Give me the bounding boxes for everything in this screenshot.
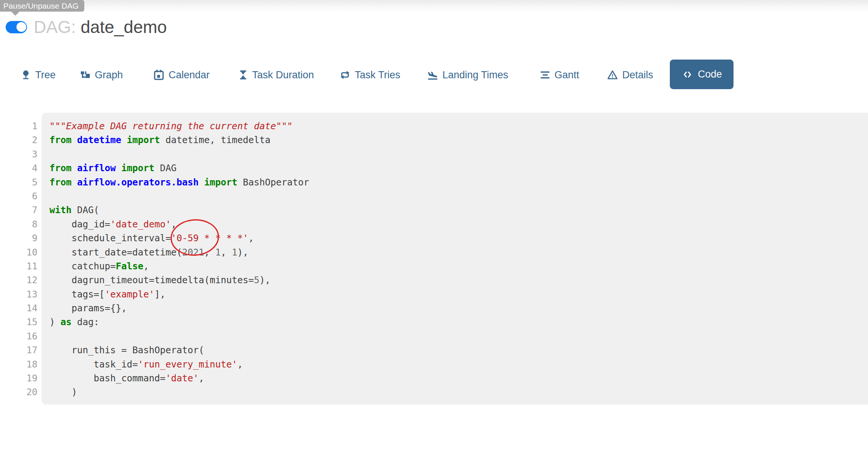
code-line: 13 tags=['example'], [0, 287, 868, 301]
tab-label: Tree [35, 69, 56, 81]
code-line: 18 task_id='run_every_minute', [0, 357, 868, 371]
code-line: 16 [0, 329, 868, 343]
tab-code[interactable]: Code [670, 60, 734, 89]
code-text: params={}, [49, 301, 127, 315]
tab-graph[interactable]: Graph [80, 60, 123, 90]
code-line: 5from airflow.operators.bash import Bash… [0, 175, 868, 189]
line-number: 8 [0, 217, 37, 231]
code-text: schedule_interval='0-59 * * * *', [49, 231, 254, 245]
pause-unpause-tooltip: Pause/Unpause DAG [0, 0, 84, 12]
page-title: DAG: date_demo [34, 17, 167, 37]
code-line: 19 bash_command='date', [0, 371, 868, 385]
code-line: 10 start_date=datetime(2021, 1, 1), [0, 245, 868, 259]
code-text: start_date=datetime(2021, 1, 1), [49, 245, 248, 259]
code-text: from airflow import DAG [49, 161, 176, 175]
tab-label: Calendar [169, 69, 210, 81]
code-line: 3 [0, 147, 868, 161]
pause-unpause-toggle[interactable] [6, 21, 27, 33]
toggle-knob [16, 22, 26, 32]
line-number: 6 [0, 189, 37, 203]
graph-icon [80, 70, 91, 80]
tab-label: Task Duration [252, 69, 314, 81]
code-line: 14 params={}, [0, 301, 868, 315]
code-text: from airflow.operators.bash import BashO… [49, 175, 309, 189]
code-text: tags=['example'], [49, 287, 166, 301]
tab-label: Gantt [554, 69, 579, 81]
tooltip-text: Pause/Unpause DAG [3, 1, 79, 10]
line-number: 20 [0, 385, 37, 399]
line-number: 14 [0, 301, 37, 315]
tab-tree[interactable]: Tree [21, 60, 56, 90]
tab-label: Landing Times [442, 69, 508, 81]
code-line: 20 ) [0, 385, 868, 399]
line-number: 10 [0, 245, 37, 259]
code-text: dagrun_timeout=timedelta(minutes=5), [49, 273, 270, 287]
tooltip-arrow [11, 12, 19, 16]
tab-label: Code [698, 69, 722, 80]
plane-landing-icon [427, 69, 438, 81]
warning-triangle-icon [607, 70, 618, 80]
line-number: 11 [0, 259, 37, 273]
line-number: 4 [0, 161, 37, 175]
line-number: 1 [0, 119, 37, 133]
line-number: 7 [0, 203, 37, 217]
tab-task-duration[interactable]: Task Duration [238, 60, 314, 90]
dag-label: DAG: [34, 17, 76, 37]
code-line: 1"""Example DAG returning the current da… [0, 119, 868, 133]
tab-gantt[interactable]: Gantt [540, 60, 579, 90]
line-number: 9 [0, 231, 37, 245]
line-number: 17 [0, 343, 37, 357]
code-text: task_id='run_every_minute', [49, 357, 243, 371]
line-number: 12 [0, 273, 37, 287]
hourglass-icon [238, 70, 248, 80]
line-number: 19 [0, 371, 37, 385]
tab-label: Details [622, 69, 653, 81]
code-line: 11 catchup=False, [0, 259, 868, 273]
line-number: 15 [0, 315, 37, 329]
top-gradient-band [0, 0, 868, 12]
code-brackets-icon [681, 69, 693, 80]
code-line: 2from datetime import datetime, timedelt… [0, 133, 868, 147]
code-text: run_this = BashOperator( [49, 343, 204, 357]
repeat-icon [339, 70, 351, 80]
code-text: from datetime import datetime, timedelta [49, 133, 270, 147]
code-line: 6 [0, 189, 868, 203]
code-line: 8 dag_id='date_demo', [0, 217, 868, 231]
code-line: 7with DAG( [0, 203, 868, 217]
tab-landing-times[interactable]: Landing Times [427, 60, 508, 90]
line-number: 16 [0, 329, 37, 343]
code-line: 17 run_this = BashOperator( [0, 343, 868, 357]
tree-icon [21, 70, 31, 80]
line-number: 2 [0, 133, 37, 147]
gantt-bars-icon [540, 70, 550, 80]
code-lines: 1"""Example DAG returning the current da… [0, 119, 868, 399]
code-text: ) as dag: [49, 315, 99, 329]
line-number: 3 [0, 147, 37, 161]
code-text: dag_id='date_demo', [49, 217, 176, 231]
tab-task-tries[interactable]: Task Tries [339, 60, 400, 90]
dag-view-tabs: TreeGraphCalendarTask DurationTask Tries… [0, 60, 868, 90]
code-text: bash_command='date', [49, 371, 204, 385]
code-text: catchup=False, [49, 259, 149, 273]
code-line: 15) as dag: [0, 315, 868, 329]
line-number: 13 [0, 287, 37, 301]
code-text: """Example DAG returning the current dat… [49, 119, 293, 133]
line-number: 5 [0, 175, 37, 189]
tab-calendar[interactable]: Calendar [153, 60, 210, 90]
calendar-icon [153, 69, 164, 81]
line-number: 18 [0, 357, 37, 371]
dag-name: date_demo [81, 17, 167, 37]
tab-label: Graph [95, 69, 123, 81]
dag-code-view: 1"""Example DAG returning the current da… [0, 113, 868, 405]
code-line: 12 dagrun_timeout=timedelta(minutes=5), [0, 273, 868, 287]
tab-details[interactable]: Details [607, 60, 653, 90]
code-line: 4from airflow import DAG [0, 161, 868, 175]
code-text: ) [49, 385, 77, 399]
tab-label: Task Tries [355, 69, 400, 81]
code-line: 9 schedule_interval='0-59 * * * *', [0, 231, 868, 245]
code-text: with DAG( [49, 203, 99, 217]
dag-header: DAG: date_demo [6, 18, 167, 36]
